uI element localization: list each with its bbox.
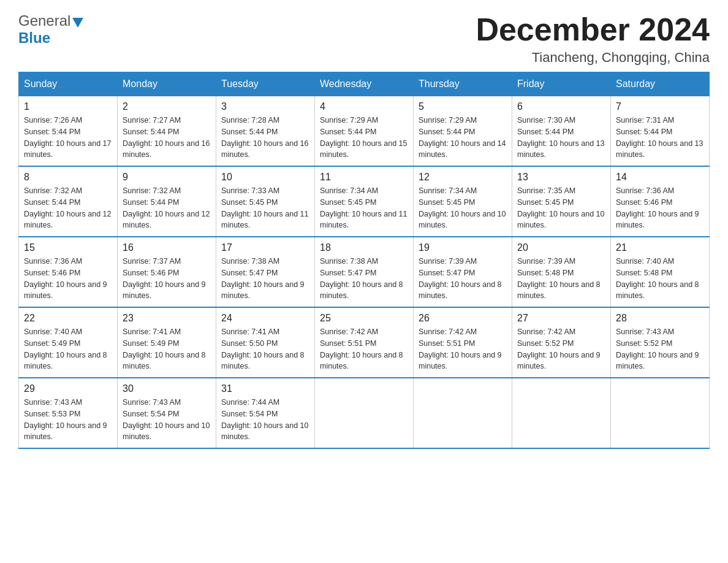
- day-info: Sunrise: 7:34 AMSunset: 5:45 PMDaylight:…: [419, 185, 507, 231]
- day-number: 16: [123, 242, 211, 253]
- column-header-monday: Monday: [118, 72, 216, 96]
- calendar-cell: 27 Sunrise: 7:42 AMSunset: 5:52 PMDaylig…: [512, 307, 611, 378]
- column-header-wednesday: Wednesday: [315, 72, 414, 96]
- day-number: 11: [320, 172, 408, 183]
- day-number: 29: [24, 383, 112, 394]
- day-number: 9: [123, 172, 211, 183]
- calendar-cell: 2 Sunrise: 7:27 AMSunset: 5:44 PMDayligh…: [118, 96, 216, 167]
- day-info: Sunrise: 7:29 AMSunset: 5:44 PMDaylight:…: [419, 115, 507, 161]
- day-info: Sunrise: 7:43 AMSunset: 5:53 PMDaylight:…: [24, 397, 112, 443]
- calendar-cell: 13 Sunrise: 7:35 AMSunset: 5:45 PMDaylig…: [512, 166, 611, 237]
- column-header-thursday: Thursday: [414, 72, 512, 96]
- logo-blue-text: Blue: [18, 29, 50, 47]
- day-info: Sunrise: 7:32 AMSunset: 5:44 PMDaylight:…: [123, 185, 211, 231]
- logo-general-text: General: [18, 12, 70, 29]
- month-title: December 2024: [476, 12, 710, 47]
- day-info: Sunrise: 7:40 AMSunset: 5:48 PMDaylight:…: [616, 256, 704, 302]
- calendar-cell: [611, 378, 710, 448]
- calendar-cell: 3 Sunrise: 7:28 AMSunset: 5:44 PMDayligh…: [216, 96, 315, 167]
- day-number: 10: [221, 172, 309, 183]
- calendar-cell: 8 Sunrise: 7:32 AMSunset: 5:44 PMDayligh…: [19, 166, 118, 237]
- logo: General Blue: [18, 12, 83, 47]
- calendar-cell: 31 Sunrise: 7:44 AMSunset: 5:54 PMDaylig…: [216, 378, 315, 448]
- day-info: Sunrise: 7:35 AMSunset: 5:45 PMDaylight:…: [517, 185, 605, 231]
- calendar-week-row: 1 Sunrise: 7:26 AMSunset: 5:44 PMDayligh…: [19, 96, 710, 167]
- calendar-cell: 10 Sunrise: 7:33 AMSunset: 5:45 PMDaylig…: [216, 166, 315, 237]
- day-info: Sunrise: 7:39 AMSunset: 5:48 PMDaylight:…: [517, 256, 605, 302]
- day-number: 24: [221, 313, 309, 324]
- calendar-cell: 14 Sunrise: 7:36 AMSunset: 5:46 PMDaylig…: [611, 166, 710, 237]
- day-number: 3: [221, 101, 309, 112]
- calendar-cell: 20 Sunrise: 7:39 AMSunset: 5:48 PMDaylig…: [512, 237, 611, 307]
- day-number: 27: [517, 313, 605, 324]
- calendar-week-row: 8 Sunrise: 7:32 AMSunset: 5:44 PMDayligh…: [19, 166, 710, 237]
- day-number: 8: [24, 172, 112, 183]
- calendar-cell: [315, 378, 414, 448]
- day-info: Sunrise: 7:32 AMSunset: 5:44 PMDaylight:…: [24, 185, 112, 231]
- day-number: 19: [419, 242, 507, 253]
- day-number: 4: [320, 101, 408, 112]
- calendar-cell: 11 Sunrise: 7:34 AMSunset: 5:45 PMDaylig…: [315, 166, 414, 237]
- calendar-cell: [414, 378, 512, 448]
- day-number: 22: [24, 313, 112, 324]
- day-number: 21: [616, 242, 704, 253]
- column-header-sunday: Sunday: [19, 72, 118, 96]
- day-number: 23: [123, 313, 211, 324]
- day-info: Sunrise: 7:36 AMSunset: 5:46 PMDaylight:…: [616, 185, 704, 231]
- day-info: Sunrise: 7:42 AMSunset: 5:51 PMDaylight:…: [320, 326, 408, 372]
- calendar-cell: 16 Sunrise: 7:37 AMSunset: 5:46 PMDaylig…: [118, 237, 216, 307]
- day-info: Sunrise: 7:37 AMSunset: 5:46 PMDaylight:…: [123, 256, 211, 302]
- day-number: 14: [616, 172, 704, 183]
- svg-marker-0: [72, 18, 83, 28]
- day-number: 28: [616, 313, 704, 324]
- calendar-cell: 12 Sunrise: 7:34 AMSunset: 5:45 PMDaylig…: [414, 166, 512, 237]
- day-number: 7: [616, 101, 704, 112]
- day-info: Sunrise: 7:27 AMSunset: 5:44 PMDaylight:…: [123, 115, 211, 161]
- calendar-cell: 29 Sunrise: 7:43 AMSunset: 5:53 PMDaylig…: [19, 378, 118, 448]
- day-number: 17: [221, 242, 309, 253]
- day-info: Sunrise: 7:31 AMSunset: 5:44 PMDaylight:…: [616, 115, 704, 161]
- day-number: 31: [221, 383, 309, 394]
- calendar-cell: 19 Sunrise: 7:39 AMSunset: 5:47 PMDaylig…: [414, 237, 512, 307]
- calendar-table: SundayMondayTuesdayWednesdayThursdayFrid…: [18, 72, 710, 449]
- day-number: 20: [517, 242, 605, 253]
- day-info: Sunrise: 7:34 AMSunset: 5:45 PMDaylight:…: [320, 185, 408, 231]
- logo-triangle-icon: [72, 18, 83, 28]
- calendar-cell: 30 Sunrise: 7:43 AMSunset: 5:54 PMDaylig…: [118, 378, 216, 448]
- day-number: 30: [123, 383, 211, 394]
- calendar-header-row: SundayMondayTuesdayWednesdayThursdayFrid…: [19, 72, 710, 96]
- day-number: 6: [517, 101, 605, 112]
- day-info: Sunrise: 7:33 AMSunset: 5:45 PMDaylight:…: [221, 185, 309, 231]
- day-info: Sunrise: 7:42 AMSunset: 5:52 PMDaylight:…: [517, 326, 605, 372]
- day-number: 25: [320, 313, 408, 324]
- day-info: Sunrise: 7:26 AMSunset: 5:44 PMDaylight:…: [24, 115, 112, 161]
- day-number: 13: [517, 172, 605, 183]
- calendar-cell: 28 Sunrise: 7:43 AMSunset: 5:52 PMDaylig…: [611, 307, 710, 378]
- column-header-tuesday: Tuesday: [216, 72, 315, 96]
- calendar-cell: 23 Sunrise: 7:41 AMSunset: 5:49 PMDaylig…: [118, 307, 216, 378]
- calendar-week-row: 22 Sunrise: 7:40 AMSunset: 5:49 PMDaylig…: [19, 307, 710, 378]
- day-number: 1: [24, 101, 112, 112]
- calendar-cell: 9 Sunrise: 7:32 AMSunset: 5:44 PMDayligh…: [118, 166, 216, 237]
- day-number: 5: [419, 101, 507, 112]
- day-info: Sunrise: 7:29 AMSunset: 5:44 PMDaylight:…: [320, 115, 408, 161]
- day-number: 26: [419, 313, 507, 324]
- day-number: 2: [123, 101, 211, 112]
- calendar-cell: 6 Sunrise: 7:30 AMSunset: 5:44 PMDayligh…: [512, 96, 611, 167]
- calendar-cell: 5 Sunrise: 7:29 AMSunset: 5:44 PMDayligh…: [414, 96, 512, 167]
- day-number: 15: [24, 242, 112, 253]
- day-info: Sunrise: 7:39 AMSunset: 5:47 PMDaylight:…: [419, 256, 507, 302]
- calendar-cell: 22 Sunrise: 7:40 AMSunset: 5:49 PMDaylig…: [19, 307, 118, 378]
- calendar-cell: 24 Sunrise: 7:41 AMSunset: 5:50 PMDaylig…: [216, 307, 315, 378]
- column-header-friday: Friday: [512, 72, 611, 96]
- calendar-cell: 18 Sunrise: 7:38 AMSunset: 5:47 PMDaylig…: [315, 237, 414, 307]
- day-info: Sunrise: 7:38 AMSunset: 5:47 PMDaylight:…: [320, 256, 408, 302]
- page-header: General Blue December 2024 Tiancheng, Ch…: [18, 12, 710, 66]
- title-section: December 2024 Tiancheng, Chongqing, Chin…: [476, 12, 710, 66]
- calendar-cell: 7 Sunrise: 7:31 AMSunset: 5:44 PMDayligh…: [611, 96, 710, 167]
- calendar-cell: 1 Sunrise: 7:26 AMSunset: 5:44 PMDayligh…: [19, 96, 118, 167]
- day-info: Sunrise: 7:44 AMSunset: 5:54 PMDaylight:…: [221, 397, 309, 443]
- day-info: Sunrise: 7:28 AMSunset: 5:44 PMDaylight:…: [221, 115, 309, 161]
- day-info: Sunrise: 7:38 AMSunset: 5:47 PMDaylight:…: [221, 256, 309, 302]
- calendar-cell: 21 Sunrise: 7:40 AMSunset: 5:48 PMDaylig…: [611, 237, 710, 307]
